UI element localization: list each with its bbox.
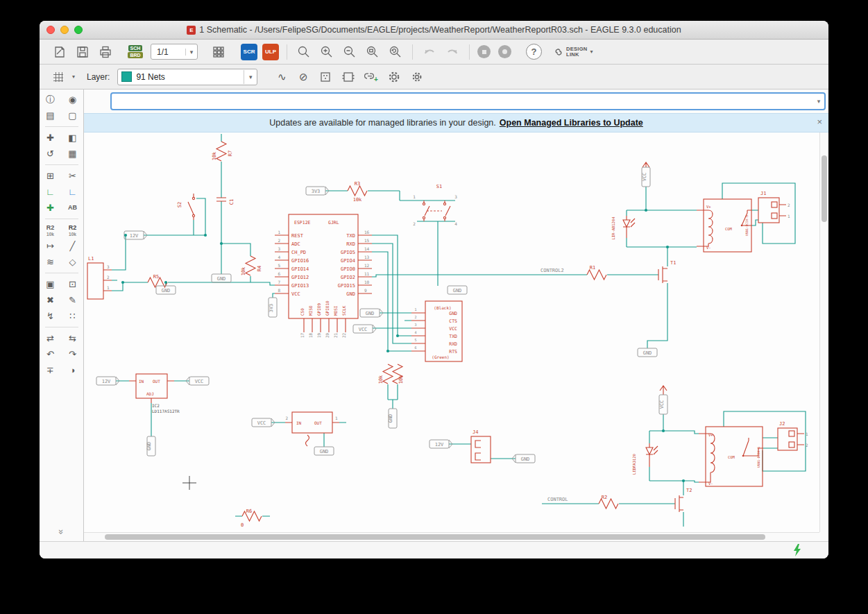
- move-tool[interactable]: ✚: [42, 130, 59, 145]
- design-link-label-bottom: LINK: [566, 51, 579, 58]
- zoom-in-icon[interactable]: [318, 43, 336, 61]
- show-tool[interactable]: ◉: [65, 92, 81, 107]
- polarity-tool[interactable]: ∓: [42, 363, 59, 377]
- mirror-tool[interactable]: ◧: [65, 130, 81, 145]
- duplicate-tool[interactable]: ▣: [42, 277, 59, 291]
- value-tool[interactable]: R210k: [65, 223, 81, 237]
- vertical-scrollbar-thumb[interactable]: [822, 155, 827, 222]
- go-button[interactable]: [498, 45, 511, 58]
- schematic-label: 2: [788, 203, 790, 207]
- close-icon[interactable]: ×: [817, 117, 822, 127]
- preferences-gear-icon[interactable]: [408, 68, 426, 86]
- library-manager-button[interactable]: [210, 43, 228, 61]
- mark-tool[interactable]: ▢: [65, 108, 81, 123]
- invoke-tool[interactable]: ↦: [42, 239, 59, 253]
- cut-tool[interactable]: ✂: [65, 169, 81, 183]
- bus-tool-icon: ≋: [46, 257, 54, 266]
- schematic-label: 2: [806, 443, 808, 447]
- schematic-canvas[interactable]: 10kR7S2C112VGND10kR4L1321R5GND3V3R310kES…: [84, 133, 828, 541]
- group-tool[interactable]: ▦: [65, 146, 81, 161]
- grid-settings-icon[interactable]: [49, 68, 67, 86]
- schematic-label: 11: [364, 271, 370, 276]
- notification-link[interactable]: Open Managed Libraries to Update: [500, 118, 643, 128]
- zoom-select-icon[interactable]: [295, 43, 313, 61]
- add-part-tool[interactable]: ✚: [42, 201, 59, 215]
- miter-tool-icon[interactable]: ⊘: [295, 69, 312, 85]
- notification-bar: Updates are available for managed librar…: [84, 113, 828, 133]
- zoom-out-icon[interactable]: [341, 43, 359, 61]
- bend-style-green-tool[interactable]: ∟: [42, 185, 59, 199]
- label-tool[interactable]: ◇: [65, 255, 81, 269]
- close-window-button[interactable]: [46, 26, 55, 34]
- main-toolbar: SCH BRD 1/1 ▾ SCR ULP: [40, 40, 828, 65]
- link-add-icon[interactable]: +: [362, 68, 380, 86]
- new-open-button[interactable]: [51, 43, 69, 61]
- pinswap-tool[interactable]: ⇄: [42, 331, 59, 346]
- vertical-scrollbar[interactable]: [819, 133, 828, 532]
- command-combobox[interactable]: ▾: [110, 92, 826, 110]
- wire-tool[interactable]: ╱: [65, 239, 81, 253]
- schematic-label: GPIO14: [291, 266, 309, 272]
- schematic-label: S1: [436, 184, 442, 189]
- scr-button[interactable]: SCR: [241, 44, 257, 60]
- settings-gear-icon[interactable]: [385, 68, 403, 86]
- info-tool-icon: ⓘ: [46, 95, 55, 104]
- module-icon[interactable]: [316, 68, 334, 86]
- module-ports-icon[interactable]: [339, 68, 357, 86]
- zoom-redraw-icon[interactable]: [386, 43, 405, 61]
- design-link-button[interactable]: DESIGN LINK ▾: [554, 46, 593, 58]
- stop-button[interactable]: [477, 45, 491, 58]
- schematic-label: LD117AS12TR: [152, 409, 180, 413]
- schematic-label: 21: [333, 332, 338, 338]
- sheet-selector[interactable]: 1/1 ▾: [151, 44, 198, 60]
- undo-button[interactable]: [420, 43, 439, 61]
- delete-tool[interactable]: ✖: [42, 293, 59, 307]
- gateswap-tool[interactable]: ⇆: [65, 331, 81, 346]
- zoom-window-button[interactable]: [74, 26, 83, 34]
- display-tool[interactable]: ▤: [42, 108, 59, 123]
- display-tool-icon: ▤: [46, 111, 54, 120]
- switch-to-board-button[interactable]: SCH BRD: [125, 43, 146, 61]
- sidebar-expander-button[interactable]: »: [56, 529, 67, 534]
- net-tool-icon[interactable]: ∿: [273, 69, 290, 85]
- zoom-fit-icon[interactable]: [364, 43, 382, 61]
- smash-tool[interactable]: ↯: [42, 309, 59, 323]
- print-button[interactable]: [96, 43, 114, 61]
- array-tool[interactable]: ∷: [65, 309, 81, 323]
- label-tool-icon: ◇: [69, 257, 76, 266]
- bus-tool[interactable]: ≋: [42, 255, 59, 269]
- command-input[interactable]: [112, 96, 813, 106]
- save-button[interactable]: [74, 43, 92, 61]
- name-tool[interactable]: R210k: [42, 223, 59, 237]
- schematic-label: 3V3: [312, 189, 321, 194]
- relay-1: [697, 199, 751, 252]
- paste-tool[interactable]: ⊡: [65, 277, 81, 291]
- led-1: [623, 216, 635, 238]
- led-2: [646, 443, 658, 467]
- sch-badge: SCH: [128, 45, 143, 51]
- layer-selector[interactable]: 91 Nets ▾: [117, 69, 257, 85]
- schematic-label: MISO: [308, 305, 313, 316]
- arc-right-tool[interactable]: ↷: [65, 347, 81, 361]
- info-tool[interactable]: ⓘ: [42, 92, 59, 107]
- schematic-label: 3: [107, 264, 110, 269]
- copy-tool[interactable]: ⊞: [42, 169, 59, 183]
- rotate-tool[interactable]: ↺: [42, 146, 59, 161]
- minimize-window-button[interactable]: [60, 26, 69, 34]
- help-button[interactable]: ?: [526, 44, 542, 60]
- bend-style-blue-tool[interactable]: ∟: [65, 185, 81, 199]
- change-tool[interactable]: ✎: [65, 293, 81, 307]
- horizontal-scrollbar[interactable]: [84, 532, 819, 541]
- text-tool[interactable]: AB: [65, 201, 81, 215]
- schematic-label: J4: [473, 429, 478, 435]
- schematic-label: SCLK: [341, 305, 346, 316]
- fill-tool[interactable]: ◑: [65, 363, 81, 377]
- arc-left-tool[interactable]: ↶: [42, 347, 59, 361]
- horizontal-scrollbar-thumb[interactable]: [105, 534, 765, 540]
- sidebar-divider: [45, 164, 78, 165]
- resistor-R2: [599, 499, 618, 509]
- schematic-label: V-: [706, 246, 711, 250]
- ulp-button[interactable]: ULP: [262, 44, 279, 60]
- redo-button[interactable]: [443, 43, 461, 61]
- autorouter-bolt-icon[interactable]: [792, 544, 802, 556]
